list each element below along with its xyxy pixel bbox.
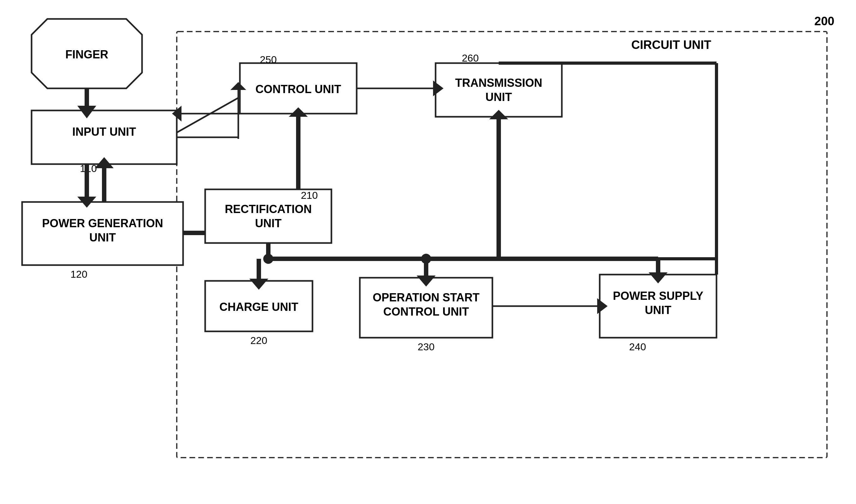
rectification-unit-label2: UNIT (255, 217, 282, 230)
operation-start-label1: OPERATION START (373, 291, 480, 304)
input-unit-label: INPUT UNIT (72, 125, 136, 138)
power-gen-ref: 120 (70, 269, 87, 280)
junction-dot-1 (263, 254, 273, 264)
rectification-unit-ref: 210 (301, 190, 318, 201)
control-unit-label: CONTROL UNIT (255, 83, 341, 96)
operation-start-ref: 230 (417, 341, 434, 353)
diagram-container: 200 CIRCUIT UNIT FINGER INPUT UNIT 110 P… (0, 0, 856, 504)
power-supply-label2: UNIT (645, 304, 671, 317)
transmission-unit-label1: TRANSMISSION (455, 76, 542, 89)
control-unit-ref: 250 (260, 54, 277, 65)
power-supply-ref: 240 (629, 341, 646, 353)
operation-start-label2: CONTROL UNIT (383, 305, 469, 318)
charge-unit-ref: 220 (250, 335, 267, 346)
power-gen-label1: POWER GENERATION (42, 217, 163, 230)
power-supply-label1: POWER SUPPLY (613, 289, 703, 302)
transmission-unit-block (435, 63, 562, 117)
charge-unit-label: CHARGE UNIT (219, 301, 298, 313)
transmission-unit-label2: UNIT (485, 91, 512, 104)
circuit-unit-ref-label: 200 (814, 15, 834, 28)
transmission-unit-ref: 260 (462, 52, 479, 64)
power-gen-label2: UNIT (89, 231, 116, 244)
circuit-unit-label: CIRCUIT UNIT (631, 38, 711, 51)
finger-label: FINGER (65, 48, 108, 61)
rectification-unit-label1: RECTIFICATION (225, 203, 311, 216)
